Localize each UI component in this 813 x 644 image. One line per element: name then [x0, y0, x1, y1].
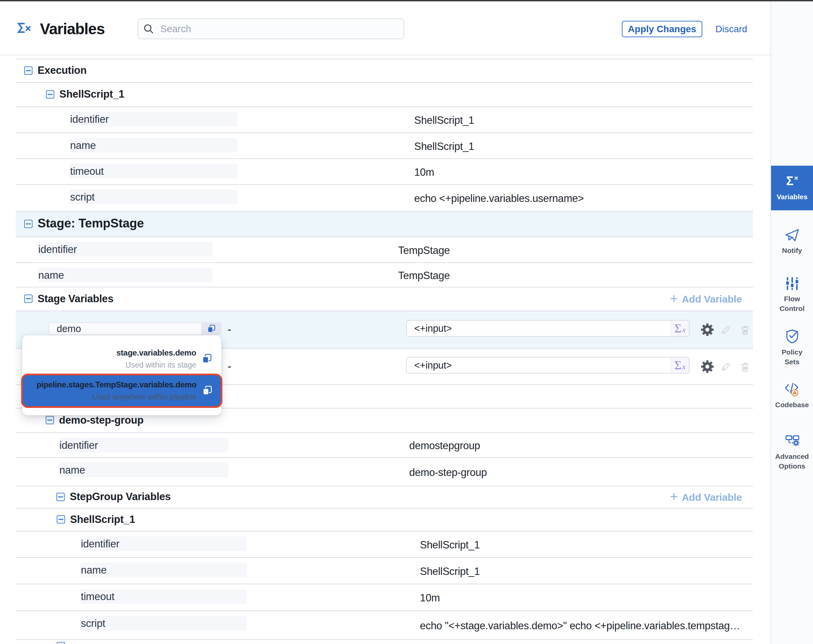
sigma-x-glyph: Σx: [675, 321, 686, 336]
tree-section-row: Stage Variables+Add Variable: [0, 287, 770, 311]
right-rail: Σ ×Variables Notify FlowControl PolicySe…: [770, 2, 813, 644]
sidebar-item-flow-control[interactable]: FlowControl: [771, 272, 813, 323]
sidebar-item-codebase[interactable]: Codebase: [771, 378, 813, 418]
gear-icon[interactable]: [701, 323, 714, 336]
field-value: 10m: [420, 592, 440, 604]
field-value: ShellScript_1: [414, 114, 474, 126]
section-label: ShellScript_1: [70, 514, 135, 526]
tree-field-row: identifierTempStage: [0, 236, 770, 262]
expression-sigma-button[interactable]: Σx: [671, 320, 690, 337]
field-label: identifier: [70, 113, 109, 126]
tree-field-row: nameTempStage: [0, 262, 770, 287]
sidebar-item-variables[interactable]: Σ ×Variables: [771, 166, 813, 210]
row-divider: [16, 287, 753, 287]
row-divider: [16, 432, 753, 433]
sidebar-item-label: AdvancedOptions: [771, 451, 813, 471]
sidebar-item-label: Notify: [771, 245, 813, 255]
notify-send-icon: [784, 228, 800, 242]
popover-option-pipeline-scope[interactable]: pipeline.stages.TempStage.variables.demo…: [22, 375, 221, 407]
add-variable-button[interactable]: +Add Variable: [670, 490, 742, 505]
tree-field-row: identifierShellScript_1: [0, 106, 770, 132]
copy-icon[interactable]: [207, 324, 216, 333]
codebase-icon: [784, 382, 800, 396]
copy-icon[interactable]: [202, 385, 213, 396]
tree-field-row: namedemo-step-group: [0, 457, 770, 486]
field-label: name: [59, 464, 85, 476]
collapse-toggle-icon[interactable]: [24, 220, 32, 228]
row-divider: [16, 211, 753, 212]
search-input[interactable]: [160, 23, 391, 35]
popover-option-text: stage.variables.demo: [22, 348, 196, 357]
edit-pencil-icon[interactable]: [720, 361, 731, 372]
collapse-toggle-icon[interactable]: [46, 90, 54, 99]
tree-field-row: scriptecho "<+stage.variables.demo>" ech…: [0, 610, 770, 639]
field-label: identifier: [81, 538, 120, 550]
apply-changes-button[interactable]: Apply Changes: [622, 21, 702, 37]
field-value: echo <+pipeline.variables.username>: [414, 193, 584, 205]
popover-option-subtext: Used anywhere within pipeline: [22, 393, 196, 402]
discard-button[interactable]: Discard: [715, 21, 747, 37]
variable-name-copy-button[interactable]: [201, 322, 222, 335]
variable-copy-popover: stage.variables.demo Used within its sta…: [22, 336, 221, 415]
field-value: ShellScript_1: [414, 141, 474, 153]
variable-name-input-group: demo: [49, 322, 222, 335]
field-value: 10m: [414, 166, 434, 178]
popover-option-texts: stage.variables.demo Used within its sta…: [22, 348, 196, 370]
variable-value-input[interactable]: <+input>: [406, 357, 671, 374]
section-label: Stage: TempStage: [38, 216, 144, 230]
row-divider: [16, 531, 753, 532]
collapse-toggle-icon[interactable]: [56, 493, 65, 501]
tree-section-row: StepGroup Variables+Add Variable: [0, 486, 770, 508]
expression-sigma-button[interactable]: Σx: [671, 357, 690, 374]
sidebar-item-notify[interactable]: Notify: [771, 224, 813, 264]
row-divider: [16, 158, 753, 159]
search-box[interactable]: [138, 18, 404, 39]
collapse-toggle-icon[interactable]: [24, 294, 32, 303]
field-label-box: [69, 190, 238, 204]
delete-trash-icon[interactable]: [740, 325, 750, 335]
flow-control-sliders-icon: [785, 276, 799, 290]
tree-section-row: Stage: TempStage: [0, 211, 770, 236]
variable-name-input[interactable]: demo: [49, 322, 201, 335]
popover-option-stage-scope[interactable]: stage.variables.demo Used within its sta…: [22, 336, 221, 374]
collapse-toggle-icon[interactable]: [24, 66, 32, 75]
collapse-toggle-icon[interactable]: [57, 642, 65, 644]
delete-trash-icon[interactable]: [740, 362, 750, 372]
row-divider: [16, 610, 753, 611]
variables-tree-table: ExecutionShellScript_1identifierShellScr…: [0, 0, 770, 644]
field-label: name: [70, 140, 96, 152]
row-divider: [16, 457, 753, 458]
add-variable-button[interactable]: +Add Variable: [670, 292, 742, 307]
field-value: TempStage: [398, 245, 450, 257]
row-divider: [16, 584, 753, 584]
sidebar-item-policy-sets[interactable]: PolicySets: [771, 325, 813, 375]
svg-text:Σ: Σ: [786, 174, 793, 188]
variable-actions: [701, 323, 750, 338]
variables-panel-header: Variables Apply Changes Discard: [0, 2, 770, 55]
header-divider: [0, 55, 770, 55]
field-label: identifier: [38, 244, 77, 256]
gear-icon[interactable]: [701, 360, 714, 373]
variable-value-input-group: <+input> Σx: [406, 320, 690, 337]
field-label: script: [70, 191, 95, 203]
popover-option-text: pipeline.stages.TempStage.variables.demo: [22, 380, 196, 389]
row-divider: [16, 132, 753, 133]
tree-field-row: nameShellScript_1: [0, 557, 770, 584]
sigma-x-glyph: Σx: [675, 358, 686, 372]
tree-field-row: identifierdemostepgroup: [0, 432, 770, 457]
row-divider: [16, 106, 753, 107]
plus-icon: +: [670, 291, 678, 306]
section-label: Execution: [38, 64, 86, 77]
tree-field-row: timeout10m: [0, 584, 770, 610]
field-value: ShellScript_1: [420, 566, 480, 578]
tree-field-row: identifierShellScript_1: [0, 531, 770, 557]
edit-pencil-icon[interactable]: [720, 324, 731, 336]
collapse-toggle-icon[interactable]: [46, 416, 54, 424]
copy-icon[interactable]: [202, 354, 212, 364]
row-divider: [16, 59, 753, 59]
sidebar-item-advanced-options[interactable]: AdvancedOptions: [771, 430, 813, 480]
variable-value-input[interactable]: <+input>: [406, 320, 671, 337]
collapse-toggle-icon[interactable]: [57, 515, 65, 524]
row-divider: [16, 311, 753, 311]
field-label: timeout: [70, 166, 104, 178]
